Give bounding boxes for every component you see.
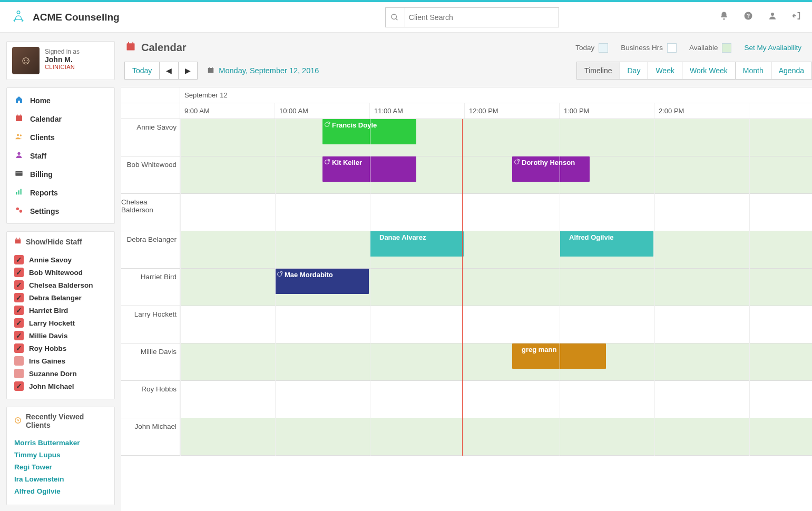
staff-toggle[interactable]: Iris Gaines <box>14 355 107 367</box>
staff-toggle[interactable]: ✓Larry Hockett <box>14 317 107 329</box>
checkbox-icon[interactable]: ✓ <box>14 268 24 277</box>
svg-rect-12 <box>15 171 22 176</box>
appointment[interactable]: greg mann <box>512 343 606 369</box>
recent-client-link[interactable]: Alfred Ogilvie <box>14 485 107 497</box>
appointment[interactable]: Mae Mordabito <box>275 269 369 294</box>
date-label[interactable]: Monday, September 12, 2016 <box>219 66 319 75</box>
main-nav: HomeCalendarClientsStaffBillingReportsSe… <box>6 87 115 224</box>
nav-reports[interactable]: Reports <box>7 183 114 202</box>
recent-panel: Recently Viewed Clients Morris Buttermak… <box>6 407 115 505</box>
checkbox-icon[interactable]: ✓ <box>14 306 24 315</box>
staff-toggle[interactable]: ✓Bob Whitewood <box>14 266 107 279</box>
signout-icon[interactable] <box>792 11 801 23</box>
recent-client-link[interactable]: Morris Buttermaker <box>14 437 107 449</box>
user-icon[interactable] <box>768 11 777 23</box>
appointment[interactable]: Francis Doyle <box>322 119 416 144</box>
staff-toggle[interactable]: ✓John Michael <box>14 380 107 392</box>
clock-icon <box>14 417 22 426</box>
appointment[interactable]: Danae Alvarez <box>370 231 464 257</box>
checkbox-icon[interactable]: ✓ <box>14 280 24 290</box>
nav-staff[interactable]: Staff <box>7 146 114 165</box>
svg-point-10 <box>20 134 22 136</box>
view-tab-month[interactable]: Month <box>736 62 771 80</box>
nav-calendar[interactable]: Calendar <box>7 110 114 128</box>
staff-toggle[interactable]: ✓Millie Davis <box>14 329 107 342</box>
staff-toggle[interactable]: ✓Chelsea Balderson <box>14 279 107 291</box>
appointment[interactable]: Kit Keller <box>322 156 416 182</box>
settings-icon <box>14 206 24 216</box>
staff-name: Bob Whitewood <box>29 269 83 277</box>
checkbox-icon[interactable]: ✓ <box>14 293 24 302</box>
main: Calendar Today Business Hrs Available Se… <box>121 33 812 511</box>
recent-client-link[interactable]: Regi Tower <box>14 461 107 473</box>
staff-toggle[interactable]: ✓Annie Savoy <box>14 253 107 266</box>
checkbox-icon[interactable] <box>14 356 24 366</box>
next-button[interactable]: ▶ <box>179 62 198 80</box>
appointment-label: greg mann <box>522 346 556 353</box>
svg-point-0 <box>17 11 20 14</box>
checkbox-icon[interactable]: ✓ <box>14 331 24 340</box>
checkbox-icon[interactable]: ✓ <box>14 343 24 353</box>
prev-button[interactable]: ◀ <box>160 62 179 80</box>
staff-name: Iris Gaines <box>29 357 65 365</box>
client-search-input[interactable] <box>385 7 559 27</box>
nav-billing[interactable]: Billing <box>7 165 114 183</box>
recent-client-link[interactable]: Timmy Lupus <box>14 449 107 461</box>
appointment-label: Kit Keller <box>332 159 362 166</box>
svg-point-9 <box>17 134 19 136</box>
staff-icon <box>14 151 24 161</box>
calendar-icon <box>125 41 136 54</box>
hour-label: 9:00 AM <box>180 103 275 119</box>
appointment-label: Danae Alvarez <box>379 233 426 241</box>
svg-rect-15 <box>18 190 19 194</box>
checkbox-icon[interactable]: ✓ <box>14 381 24 391</box>
appointment-label: Mae Mordabito <box>285 271 333 279</box>
calendar-icon <box>14 114 24 124</box>
appointment[interactable]: Dorothy Henson <box>512 156 590 182</box>
today-button[interactable]: Today <box>124 62 160 80</box>
bell-icon[interactable] <box>719 11 729 23</box>
nav-settings[interactable]: Settings <box>7 202 114 220</box>
checkbox-icon[interactable] <box>14 369 24 378</box>
timeline-row-name: Debra Belanger <box>121 231 180 269</box>
nav-label: Calendar <box>30 115 62 123</box>
nav-label: Reports <box>30 189 58 197</box>
staff-toggle[interactable]: Suzanne Dorn <box>14 367 107 380</box>
staff-toggle[interactable]: ✓Harriet Bird <box>14 304 107 317</box>
staff-toggle[interactable]: ✓Debra Belanger <box>14 291 107 304</box>
svg-text:?: ? <box>747 13 750 19</box>
user-name: John M. <box>45 55 80 64</box>
svg-point-18 <box>19 210 22 212</box>
topbar: ACME Counseling ? <box>0 2 812 33</box>
staff-toggle[interactable]: ✓Roy Hobbs <box>14 342 107 355</box>
brand-wrap: ACME Counseling <box>11 8 120 26</box>
recent-client-link[interactable]: Ira Lowenstein <box>14 473 107 485</box>
timeline-row-name: Larry Hockett <box>121 306 180 343</box>
svg-rect-6 <box>16 115 22 121</box>
set-availability-link[interactable]: Set My Availability <box>744 44 801 52</box>
help-icon[interactable]: ? <box>743 11 753 23</box>
appointment[interactable]: Alfred Ogilvie <box>560 231 653 257</box>
staff-name: Annie Savoy <box>29 256 72 264</box>
timeline-row-name: Harriet Bird <box>121 269 180 306</box>
recurring-icon <box>277 272 282 277</box>
view-tab-agenda[interactable]: Agenda <box>771 62 812 80</box>
svg-rect-29 <box>212 67 213 68</box>
current-time-line <box>462 119 463 456</box>
view-tab-timeline[interactable]: Timeline <box>576 62 620 80</box>
nav-home[interactable]: Home <box>7 91 114 110</box>
view-tab-week[interactable]: Week <box>648 62 682 80</box>
staff-name: Suzanne Dorn <box>29 370 77 378</box>
svg-rect-8 <box>21 114 21 116</box>
checkbox-icon[interactable]: ✓ <box>14 318 24 328</box>
svg-rect-28 <box>209 67 210 68</box>
nav-clients[interactable]: Clients <box>7 128 114 146</box>
svg-rect-24 <box>127 43 135 50</box>
staff-name: Chelsea Balderson <box>29 281 93 289</box>
view-tab-work-week[interactable]: Work Week <box>682 62 736 80</box>
checkbox-icon[interactable]: ✓ <box>14 255 24 264</box>
view-tab-day[interactable]: Day <box>620 62 649 80</box>
client-search[interactable] <box>385 7 559 27</box>
hour-label: 10:00 AM <box>275 103 370 119</box>
avatar: ☺ <box>12 47 40 74</box>
